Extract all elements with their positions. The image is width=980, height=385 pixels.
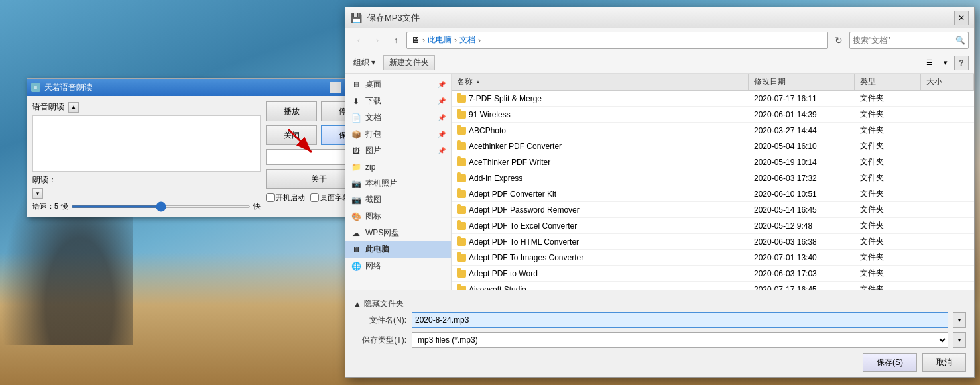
table-row[interactable]: Adept PDF to Word2020-06-03 17:03文件夹	[452, 266, 974, 282]
hide-folders-label: 隐藏文件夹	[364, 298, 404, 309]
tts-text-area-wrap	[32, 115, 261, 172]
table-row[interactable]: AceThinker PDF Writer2020-05-19 10:14文件夹	[452, 154, 974, 170]
file-modified-cell: 2020-06-10 10:51	[749, 186, 855, 201]
sidebar-item-desktop[interactable]: 🖥桌面📌	[345, 76, 451, 93]
table-row[interactable]: 91 Wireless2020-06-01 14:39文件夹	[452, 107, 974, 123]
sidebar: 🖥桌面📌⬇下载📌📄文档📌📦打包📌🖼图片📌📁zip📷本机照片📷截图🎨图标☁WPS网…	[345, 74, 452, 290]
view-toggle: ☰ ▾ ?	[922, 56, 969, 70]
file-name-cell: Adept PDF to Word	[452, 266, 749, 281]
file-rows: 7-PDF Split & Merge2020-07-17 16:11文件夹91…	[452, 91, 974, 290]
file-name-cell: Adept PDF To HTML Converter	[452, 234, 749, 249]
file-type-cell: 文件夹	[855, 282, 921, 290]
sidebar-item-label: 网络	[365, 260, 446, 272]
file-name-cell: Adept PDF To Excel Converter	[452, 218, 749, 233]
up-button[interactable]: ↑	[388, 32, 404, 48]
sidebar-item-label: 此电脑	[365, 244, 446, 255]
folder-icon: 📁	[351, 162, 361, 172]
sidebar-item-photo[interactable]: 📷本机照片	[345, 175, 451, 192]
breadcrumb-documents[interactable]: 文档	[459, 34, 475, 46]
view-dropdown-button[interactable]: ▾	[938, 56, 953, 70]
tts-titlebar: ≡ 天若语音朗读 _ □ ✕	[27, 79, 377, 96]
file-name-cell: Adept PDF Password Remover	[452, 202, 749, 217]
sidebar-item-folder[interactable]: 📁zip	[345, 159, 451, 175]
refresh-button[interactable]: ↻	[831, 32, 847, 48]
back-button[interactable]: ‹	[351, 32, 367, 48]
table-row[interactable]: Adept PDF Password Remover2020-05-14 16:…	[452, 202, 974, 218]
file-type-cell: 文件夹	[855, 170, 921, 186]
file-modified-cell: 2020-05-14 16:45	[749, 202, 855, 217]
dialog-cancel-button[interactable]: 取消	[922, 353, 966, 372]
tts-title: 天若语音朗读	[44, 82, 326, 93]
tts-subtitle-checkbox[interactable]	[310, 193, 319, 202]
tts-text-input[interactable]	[33, 116, 260, 171]
sidebar-item-icons[interactable]: 🎨图标	[345, 208, 451, 225]
search-box: 🔍	[849, 32, 969, 49]
table-row[interactable]: Adept PDF To Excel Converter2020-05-12 9…	[452, 218, 974, 234]
tts-minimize-button[interactable]: _	[330, 82, 341, 93]
view-details-button[interactable]: ☰	[922, 56, 937, 70]
sidebar-item-cloud[interactable]: ☁WPS网盘	[345, 225, 451, 241]
table-row[interactable]: 7-PDF Split & Merge2020-07-17 16:11文件夹	[452, 91, 974, 107]
file-size-cell	[921, 250, 974, 265]
sidebar-item-pc[interactable]: 🖥此电脑	[345, 241, 451, 258]
file-modified-cell: 2020-06-03 16:38	[749, 234, 855, 249]
table-row[interactable]: Adept PDF To Images Converter2020-07-01 …	[452, 250, 974, 266]
table-row[interactable]: Adept PDF To HTML Converter2020-06-03 16…	[452, 234, 974, 250]
sidebar-item-label: 本机照片	[365, 178, 446, 189]
sidebar-item-label: 打包	[365, 129, 434, 140]
breadcrumb-this-pc[interactable]: 此电脑	[428, 34, 452, 46]
filetype-dropdown[interactable]: ▾	[953, 332, 966, 348]
sidebar-item-label: 图片	[365, 145, 434, 156]
dialog-close-button[interactable]: ✕	[954, 11, 969, 25]
folder-icon	[457, 190, 466, 198]
sidebar-item-image[interactable]: 🖼图片📌	[345, 142, 451, 159]
sidebar-item-label: 图标	[365, 211, 446, 222]
table-row[interactable]: Aiseesoft Studio2020-07-17 16:45文件夹	[452, 282, 974, 290]
dialog-title: 保存MP3文件	[367, 12, 949, 24]
download-icon: ⬇	[351, 96, 361, 107]
column-name[interactable]: 名称 ▲	[452, 74, 749, 90]
column-type[interactable]: 类型	[855, 74, 921, 90]
sidebar-item-screenshot[interactable]: 📷截图	[345, 192, 451, 208]
sidebar-item-download[interactable]: ⬇下载📌	[345, 93, 451, 109]
dialog-save-button[interactable]: 保存(S)	[863, 353, 917, 372]
file-size-cell	[921, 91, 974, 106]
filetype-select[interactable]: mp3 files (*.mp3)	[412, 332, 948, 348]
tts-play-button[interactable]: 播放	[266, 101, 317, 121]
table-row[interactable]: ABCPhoto2020-03-27 14:44文件夹	[452, 123, 974, 138]
tts-voice-label: 朗读：	[32, 174, 56, 186]
file-modified-cell: 2020-05-04 16:10	[749, 138, 855, 154]
column-size[interactable]: 大小	[921, 74, 974, 90]
file-modified-cell: 2020-05-19 10:14	[749, 154, 855, 170]
file-modified-cell: 2020-06-03 17:32	[749, 170, 855, 186]
filename-dropdown[interactable]: ▾	[953, 312, 966, 328]
sidebar-item-document[interactable]: 📄文档📌	[345, 109, 451, 126]
tts-scroll-up[interactable]: ▲	[68, 102, 79, 113]
table-row[interactable]: Add-in Express2020-06-03 17:32文件夹	[452, 170, 974, 186]
sidebar-item-pack[interactable]: 📦打包📌	[345, 126, 451, 142]
dialog-organize-toolbar: 组织 ▾ 新建文件夹 ☰ ▾ ?	[345, 52, 974, 74]
tts-autostart-label: 开机启动	[276, 193, 305, 203]
table-row[interactable]: Acethinker PDF Converter2020-05-04 16:10…	[452, 138, 974, 154]
filename-input[interactable]	[412, 312, 948, 328]
network-icon: 🌐	[351, 261, 361, 272]
table-row[interactable]: Adept PDF Converter Kit2020-06-10 10:51文…	[452, 186, 974, 202]
help-button[interactable]: ?	[954, 56, 969, 70]
file-type-cell: 文件夹	[855, 91, 921, 106]
tts-close-btn[interactable]: 关闭	[266, 125, 317, 145]
tts-slow-label: 慢	[61, 201, 68, 211]
sidebar-item-network[interactable]: 🌐网络	[345, 258, 451, 274]
file-type-cell: 文件夹	[855, 138, 921, 154]
organize-button[interactable]: 组织 ▾	[351, 56, 378, 70]
folder-icon	[457, 286, 466, 290]
forward-button[interactable]: ›	[369, 32, 385, 48]
tts-autostart-checkbox[interactable]	[266, 193, 275, 202]
file-size-cell	[921, 186, 974, 201]
search-input[interactable]	[853, 36, 955, 45]
tts-speed-slider[interactable]	[71, 205, 251, 208]
file-size-cell	[921, 282, 974, 290]
column-modified[interactable]: 修改日期	[749, 74, 855, 90]
file-type-cell: 文件夹	[855, 266, 921, 281]
tts-scroll-down[interactable]: ▼	[32, 188, 43, 199]
new-folder-button[interactable]: 新建文件夹	[383, 55, 435, 70]
